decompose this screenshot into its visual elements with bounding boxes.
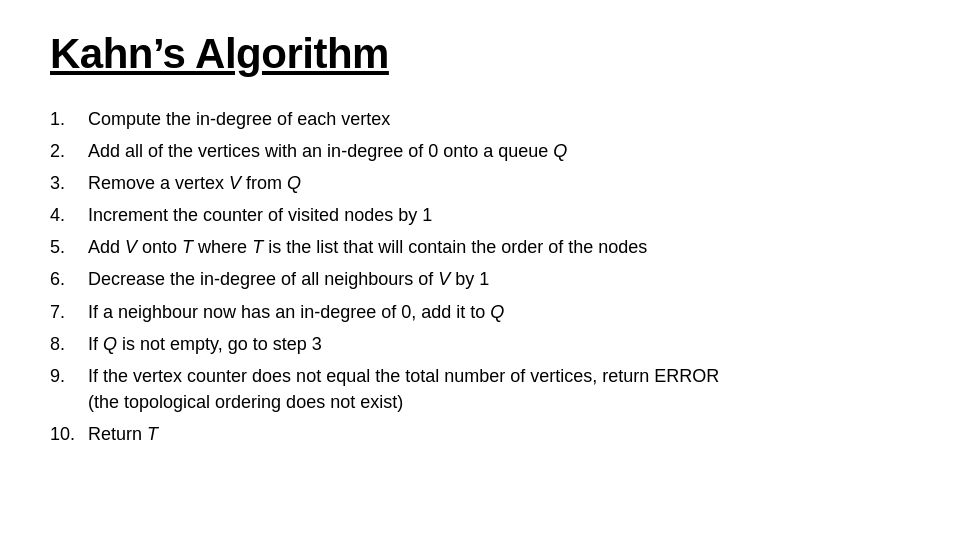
steps-list: 1. Compute the in-degree of each vertex … <box>50 106 910 447</box>
list-item: 4. Increment the counter of visited node… <box>50 202 910 228</box>
step-text: Return T <box>88 421 910 447</box>
step-number: 4. <box>50 202 88 228</box>
step-number: 8. <box>50 331 88 357</box>
list-item: 5. Add V onto T where T is the list that… <box>50 234 910 260</box>
step-number: 10. <box>50 421 88 447</box>
step-text: Compute the in-degree of each vertex <box>88 106 910 132</box>
step-number: 3. <box>50 170 88 196</box>
list-item: 8. If Q is not empty, go to step 3 <box>50 331 910 357</box>
list-item: 9. If the vertex counter does not equal … <box>50 363 910 415</box>
step-number: 9. <box>50 363 88 389</box>
step-text: Add all of the vertices with an in-degre… <box>88 138 910 164</box>
step-number: 2. <box>50 138 88 164</box>
step-text: If the vertex counter does not equal the… <box>88 363 910 415</box>
step-text: Add V onto T where T is the list that wi… <box>88 234 910 260</box>
step-text: Remove a vertex V from Q <box>88 170 910 196</box>
page: Kahn’s Algorithm 1. Compute the in-degre… <box>0 0 960 483</box>
list-item: 1. Compute the in-degree of each vertex <box>50 106 910 132</box>
step-text: Decrease the in-degree of all neighbours… <box>88 266 910 292</box>
list-item: 2. Add all of the vertices with an in-de… <box>50 138 910 164</box>
step-number: 6. <box>50 266 88 292</box>
step-continuation: (the topological ordering does not exist… <box>88 389 910 415</box>
step-number: 1. <box>50 106 88 132</box>
list-item: 10. Return T <box>50 421 910 447</box>
page-title: Kahn’s Algorithm <box>50 30 910 78</box>
list-item: 3. Remove a vertex V from Q <box>50 170 910 196</box>
step-number: 7. <box>50 299 88 325</box>
step-text: If Q is not empty, go to step 3 <box>88 331 910 357</box>
step-text: If a neighbour now has an in-degree of 0… <box>88 299 910 325</box>
step-text: Increment the counter of visited nodes b… <box>88 202 910 228</box>
step-number: 5. <box>50 234 88 260</box>
list-item: 6. Decrease the in-degree of all neighbo… <box>50 266 910 292</box>
list-item: 7. If a neighbour now has an in-degree o… <box>50 299 910 325</box>
